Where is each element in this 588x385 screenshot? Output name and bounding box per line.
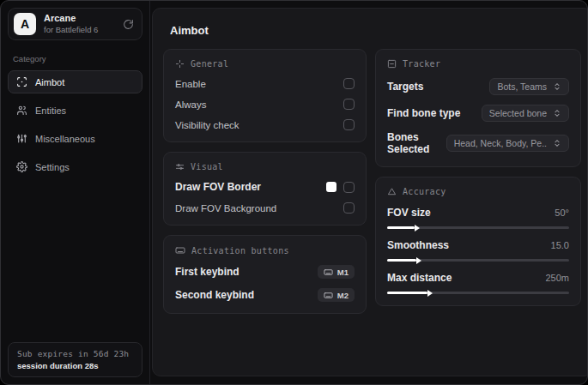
first-keybind-button[interactable]: M1 bbox=[318, 265, 355, 279]
panel-title: Activation buttons bbox=[191, 246, 289, 256]
slider-thumb[interactable] bbox=[427, 290, 433, 297]
find-bone-type-dropdown[interactable]: Selected bone bbox=[482, 105, 569, 122]
setting-label: Draw FOV Background bbox=[175, 203, 276, 214]
sidebar-item-label: Miscellaneous bbox=[35, 134, 95, 144]
keyboard-icon bbox=[324, 268, 333, 277]
setting-row: Max distance 250m bbox=[387, 272, 569, 294]
sidebar-item-entities[interactable]: Entities bbox=[8, 99, 142, 122]
setting-label: First keybind bbox=[175, 266, 239, 278]
fov-size-slider[interactable] bbox=[387, 226, 569, 229]
panel-tracker: Tracker Targets Bots, Teams bbox=[375, 49, 581, 167]
setting-label: Always bbox=[175, 99, 206, 110]
keyboard-icon bbox=[175, 245, 185, 256]
setting-label: Second keybind bbox=[175, 289, 254, 301]
dropdown-value: Bots, Teams bbox=[497, 81, 547, 92]
targets-dropdown[interactable]: Bots, Teams bbox=[489, 78, 569, 95]
setting-row: First keybind M1 bbox=[175, 265, 355, 279]
sidebar-nav: Aimbot Entities bbox=[8, 70, 142, 178]
setting-row: Find bone type Selected bone bbox=[387, 105, 569, 122]
setting-label: Enable bbox=[175, 79, 206, 89]
app-logo: A bbox=[14, 13, 36, 35]
sliders-icon bbox=[16, 133, 27, 144]
slider-thumb[interactable] bbox=[415, 225, 420, 232]
main-area: Aimbot General bbox=[150, 1, 588, 384]
refresh-icon[interactable] bbox=[123, 19, 134, 30]
setting-row: Bones Selected Head, Neck, Body, Pe.. bbox=[387, 131, 569, 155]
chevrons-up-down-icon bbox=[553, 82, 561, 91]
setting-row: Enable bbox=[175, 78, 355, 89]
sidebar-item-miscellaneous[interactable]: Miscellaneous bbox=[8, 127, 142, 150]
draw-fov-border-checkbox[interactable] bbox=[343, 182, 355, 193]
left-column: General Enable Always Visibility check bbox=[163, 49, 367, 314]
gear-icon bbox=[16, 161, 27, 172]
sliders-horizontal-icon bbox=[175, 162, 185, 171]
setting-label: Draw FOV Border bbox=[175, 181, 261, 193]
setting-row: Visibility check bbox=[175, 119, 355, 130]
setting-label: FOV size bbox=[387, 207, 431, 219]
category-label: Category bbox=[13, 54, 142, 63]
keybind-value: M1 bbox=[337, 268, 349, 277]
crosshair-icon bbox=[16, 76, 27, 87]
slider-thumb[interactable] bbox=[416, 257, 421, 264]
session-duration-text: session duration 28s bbox=[17, 361, 133, 370]
setting-label: Max distance bbox=[387, 272, 452, 284]
setting-row: FOV size 50° bbox=[387, 207, 569, 229]
enable-checkbox[interactable] bbox=[343, 78, 355, 89]
second-keybind-button[interactable]: M2 bbox=[318, 288, 355, 302]
app-subtitle: for Battlefield 6 bbox=[44, 25, 115, 35]
chevrons-up-down-icon bbox=[553, 139, 561, 147]
triangle-icon bbox=[387, 187, 397, 196]
setting-label: Find bone type bbox=[387, 107, 460, 119]
panel-title: Accuracy bbox=[403, 187, 446, 196]
page-title: Aimbot bbox=[170, 24, 581, 37]
setting-row: Second keybind M2 bbox=[175, 288, 355, 302]
panel-title: Tracker bbox=[403, 59, 440, 69]
panel-title: Visual bbox=[191, 162, 223, 171]
sidebar-item-label: Entities bbox=[35, 105, 66, 116]
slider-value: 15.0 bbox=[551, 240, 569, 250]
keyboard-icon bbox=[324, 291, 333, 300]
subscription-card: Sub expires in 56d 23h session duration … bbox=[8, 342, 142, 377]
sub-expiry-text: Sub expires in 56d 23h bbox=[17, 349, 133, 358]
app-name: Arcane bbox=[44, 13, 115, 25]
setting-label: Targets bbox=[387, 81, 423, 93]
keybind-value: M2 bbox=[337, 291, 349, 300]
app-window: A Arcane for Battlefield 6 Category bbox=[0, 0, 588, 385]
panel-title: General bbox=[191, 59, 228, 69]
dropdown-value: Selected bone bbox=[489, 108, 547, 118]
setting-row: Always bbox=[175, 99, 355, 110]
setting-row: Targets Bots, Teams bbox=[387, 78, 569, 95]
visibility-check-checkbox[interactable] bbox=[343, 119, 355, 130]
sidebar-item-aimbot[interactable]: Aimbot bbox=[8, 70, 142, 93]
square-minus-icon bbox=[387, 59, 397, 69]
panel-activation-buttons: Activation buttons First keybind M1 bbox=[163, 235, 367, 314]
max-distance-slider[interactable] bbox=[387, 292, 569, 294]
setting-label: Visibility check bbox=[175, 120, 239, 130]
scan-icon bbox=[175, 59, 185, 69]
panel-general: General Enable Always Visibility check bbox=[163, 49, 367, 142]
sidebar: A Arcane for Battlefield 6 Category bbox=[1, 1, 150, 384]
chevrons-up-down-icon bbox=[553, 109, 561, 117]
bones-selected-dropdown[interactable]: Head, Neck, Body, Pe.. bbox=[446, 135, 569, 152]
panel-accuracy: Accuracy FOV size 50° bbox=[375, 177, 581, 306]
right-column: Tracker Targets Bots, Teams bbox=[375, 49, 581, 306]
setting-row: Draw FOV Background bbox=[175, 202, 355, 214]
setting-row: Draw FOV Border bbox=[175, 181, 355, 193]
dropdown-value: Head, Neck, Body, Pe.. bbox=[454, 138, 547, 148]
always-checkbox[interactable] bbox=[343, 99, 355, 110]
sidebar-item-settings[interactable]: Settings bbox=[8, 155, 142, 178]
slider-value: 250m bbox=[545, 273, 569, 283]
smoothness-slider[interactable] bbox=[387, 259, 569, 262]
sidebar-item-label: Settings bbox=[35, 162, 70, 172]
brand-card: A Arcane for Battlefield 6 bbox=[8, 8, 142, 40]
fov-border-color-swatch[interactable] bbox=[326, 182, 336, 192]
setting-label: Smoothness bbox=[387, 239, 449, 251]
draw-fov-background-checkbox[interactable] bbox=[343, 202, 355, 214]
users-icon bbox=[16, 105, 27, 116]
setting-row: Smoothness 15.0 bbox=[387, 239, 569, 262]
panel-visual: Visual Draw FOV Border Draw FOV Backgrou… bbox=[163, 152, 367, 226]
sidebar-item-label: Aimbot bbox=[35, 77, 64, 87]
content-card: Aimbot General bbox=[152, 8, 588, 376]
slider-value: 50° bbox=[555, 208, 569, 218]
setting-label: Bones Selected bbox=[387, 131, 446, 155]
